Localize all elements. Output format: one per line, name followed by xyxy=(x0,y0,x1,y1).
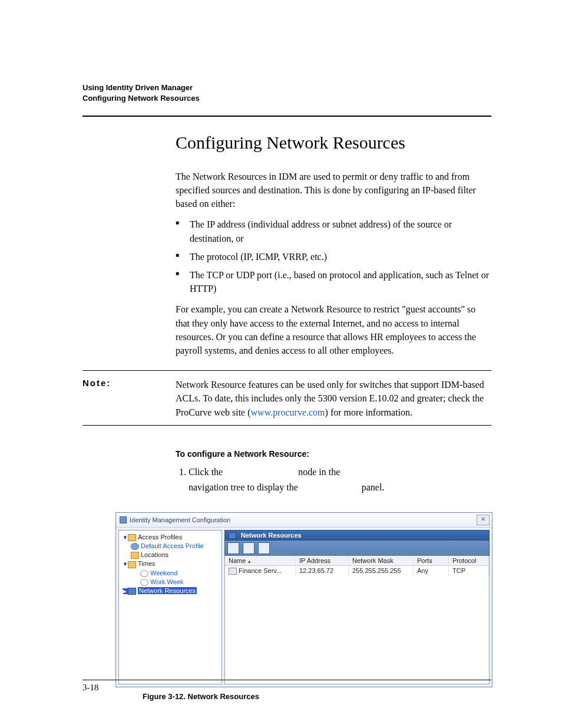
table-row[interactable]: Finance Serv... 12.23.65.72 255.255.255.… xyxy=(225,566,489,576)
note-rule-top xyxy=(82,370,491,371)
sort-asc-icon: ▲ xyxy=(247,559,252,564)
section-name: Configuring Network Resources xyxy=(82,93,491,104)
table-header-row: Name▲ IP Address Network Mask Ports Prot… xyxy=(225,556,489,566)
note-text: Network Resource features can be used on… xyxy=(176,378,491,419)
cell-ports: Any xyxy=(414,566,449,576)
page-footer: 3-18 xyxy=(82,680,491,693)
cell-mask: 255.255.255.255 xyxy=(349,566,414,576)
config-dialog: Identity Management Configuration ✕ ▼Acc… xyxy=(115,512,492,687)
tree-default-access-profile[interactable]: Default Access Profile xyxy=(141,542,204,549)
cell-ip: 12.23.65.72 xyxy=(296,566,349,576)
bullet-item: The protocol (IP, ICMP, VRRP, etc.) xyxy=(176,250,491,263)
new-resource-button[interactable] xyxy=(227,542,239,554)
app-icon xyxy=(120,516,127,523)
procurve-link[interactable]: www.procurve.com xyxy=(251,407,325,417)
chapter-name: Using Identity Driven Manager xyxy=(82,83,491,93)
panel-toolbar xyxy=(224,541,490,556)
dialog-titlebar: Identity Management Configuration ✕ xyxy=(116,513,492,528)
figure-3-12: Identity Management Configuration ✕ ▼Acc… xyxy=(115,512,492,687)
resources-table: Name▲ IP Address Network Mask Ports Prot… xyxy=(224,556,490,684)
col-mask[interactable]: Network Mask xyxy=(349,556,414,565)
dialog-title: Identity Management Configuration xyxy=(130,516,230,523)
bullet-item: The TCP or UDP port (i.e., based on prot… xyxy=(176,268,491,295)
close-icon[interactable]: ✕ xyxy=(477,515,490,525)
page-number: 3-18 xyxy=(82,683,491,693)
tree-times[interactable]: Times xyxy=(138,560,156,567)
note-rule-bottom xyxy=(82,425,491,426)
tree-weekend[interactable]: Weekend xyxy=(150,569,177,577)
resources-panel: Network Resources Name▲ IP Address Netwo… xyxy=(224,530,490,684)
note-label: Note: xyxy=(82,378,176,388)
nav-tree[interactable]: ▼Access Profiles Default Access Profile … xyxy=(118,530,222,684)
step-1: Click the node in the navigation tree to… xyxy=(189,465,491,495)
procedure-heading: To configure a Network Resource: xyxy=(176,448,491,460)
example-paragraph: For example, you can create a Network Re… xyxy=(176,302,491,357)
cell-name: Finance Serv... xyxy=(239,567,282,574)
col-name[interactable]: Name▲ xyxy=(225,556,296,565)
rule-top xyxy=(82,116,491,117)
bullet-list: The IP address (individual address or su… xyxy=(176,218,491,295)
page-title: Configuring Network Resources xyxy=(176,130,491,156)
tree-access-profiles[interactable]: Access Profiles xyxy=(138,533,182,541)
cell-protocol: TCP xyxy=(449,566,489,576)
tree-locations[interactable]: Locations xyxy=(141,551,168,558)
figure-caption: Figure 3-12. Network Resources xyxy=(143,692,491,701)
running-header: Using Identity Driven Manager Configurin… xyxy=(82,83,491,104)
tree-network-resources[interactable]: Network Resources xyxy=(138,587,197,594)
bullet-item: The IP address (individual address or su… xyxy=(176,218,491,245)
panel-title: Network Resources xyxy=(241,532,302,539)
edit-resource-button[interactable] xyxy=(243,542,254,554)
step-list: Click the node in the navigation tree to… xyxy=(176,465,491,495)
tree-work-week[interactable]: Work Week xyxy=(150,578,183,585)
col-protocol[interactable]: Protocol xyxy=(449,556,489,565)
folder-icon xyxy=(229,532,236,539)
note-text-after: ) for more information. xyxy=(325,407,412,417)
col-ip[interactable]: IP Address xyxy=(296,556,349,565)
delete-resource-button[interactable] xyxy=(258,542,270,554)
intro-paragraph: The Network Resources in IDM are used to… xyxy=(176,170,491,211)
resource-icon xyxy=(229,568,237,575)
col-ports[interactable]: Ports xyxy=(414,556,449,565)
